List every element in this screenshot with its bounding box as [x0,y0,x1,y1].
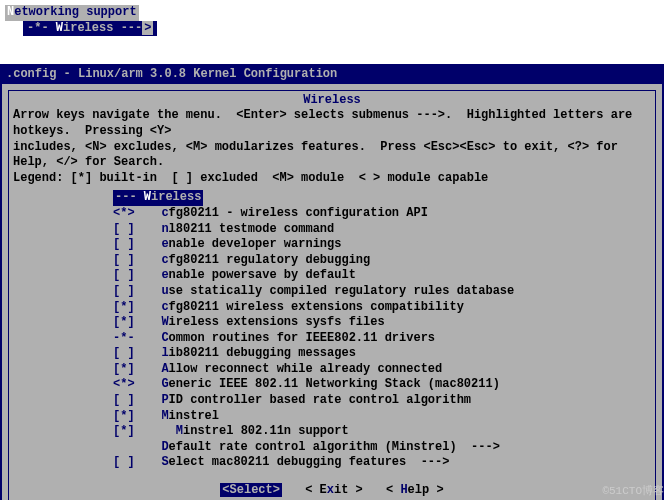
button-bar: <Select> < Exit > < Help > [13,479,651,500]
menu-list[interactable]: --- Wireless <*> cfg80211 - wireless con… [113,190,591,471]
menu-item[interactable]: [ ] lib80211 debugging messages [113,346,591,362]
menu-item[interactable]: [*] Wireless extensions sysfs files [113,315,591,331]
menu-item[interactable]: [ ] Select mac80211 debugging features -… [113,455,591,471]
help-button[interactable]: < Help > [386,483,444,497]
menu-heading[interactable]: --- Wireless [113,190,203,206]
menu-item[interactable]: <*> cfg80211 - wireless configuration AP… [113,206,591,222]
menu-item[interactable]: <*> Generic IEEE 802.11 Networking Stack… [113,377,591,393]
breadcrumb-parent: Networking support [5,5,139,21]
menu-item[interactable]: [ ] enable powersave by default [113,268,591,284]
menu-item[interactable]: [*] Minstrel 802.11n support [113,424,591,440]
menu-item[interactable]: [ ] nl80211 testmode command [113,222,591,238]
section-title: Wireless [13,93,651,109]
menu-item[interactable]: [ ] PID controller based rate control al… [113,393,591,409]
window-title: .config - Linux/arm 3.0.8 Kernel Configu… [2,66,662,84]
menu-item[interactable]: [*] Minstrel [113,409,591,425]
help-text: Arrow keys navigate the menu. <Enter> se… [13,108,651,186]
inner-frame: Wireless Arrow keys navigate the menu. <… [8,90,656,500]
menu-item[interactable]: Default rate control algorithm (Minstrel… [113,440,591,456]
exit-button[interactable]: < Exit > [305,483,363,497]
menu-item[interactable]: [*] cfg80211 wireless extensions compati… [113,300,591,316]
menu-item[interactable]: [ ] enable developer warnings [113,237,591,253]
config-window: .config - Linux/arm 3.0.8 Kernel Configu… [0,64,664,500]
menu-item[interactable]: [ ] cfg80211 regulatory debugging [113,253,591,269]
select-button[interactable]: <Select> [220,483,282,497]
menu-item[interactable]: [ ] use statically compiled regulatory r… [113,284,591,300]
breadcrumb: Networking support -*- Wireless ---> [0,0,668,36]
menu-item[interactable]: [*] Allow reconnect while already connec… [113,362,591,378]
breadcrumb-current: -*- Wireless ---> [23,21,157,37]
menu-item[interactable]: -*- Common routines for IEEE802.11 drive… [113,331,591,347]
watermark: ©51CTO博客 [602,484,664,498]
